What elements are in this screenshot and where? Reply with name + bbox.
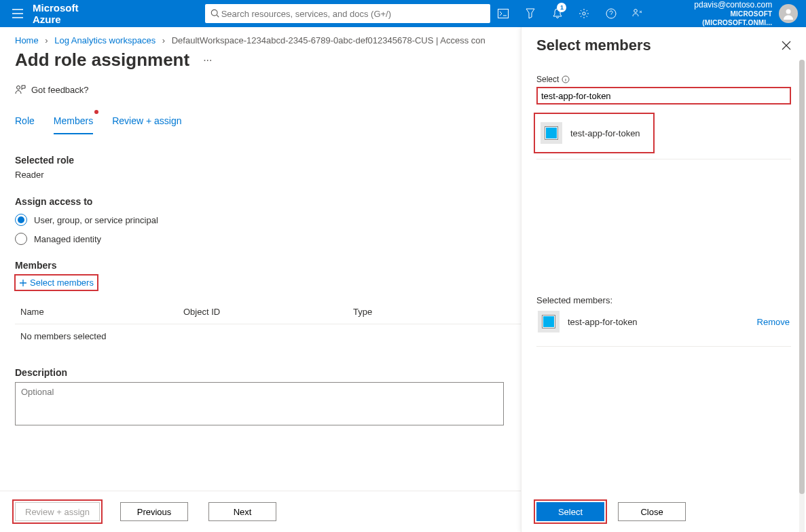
review-assign-button[interactable]: Review + assign bbox=[15, 502, 100, 521]
search-input[interactable] bbox=[220, 8, 485, 20]
selected-members-heading: Selected members: bbox=[536, 295, 791, 305]
previous-button[interactable]: Previous bbox=[120, 502, 188, 521]
select-search-input[interactable] bbox=[536, 87, 791, 104]
help-icon[interactable] bbox=[598, 0, 625, 27]
user-tenant: MICROSOFT (MICROSOFT.ONMI... bbox=[659, 10, 772, 27]
search-icon bbox=[210, 9, 220, 18]
select-label: Select bbox=[536, 75, 791, 84]
global-search[interactable] bbox=[205, 4, 490, 23]
more-menu-icon[interactable]: ··· bbox=[199, 53, 216, 68]
user-block[interactable]: pdavis@contoso.com MICROSOFT (MICROSOFT.… bbox=[651, 0, 776, 27]
brand-label: Microsoft Azure bbox=[30, 2, 117, 25]
notifications-icon[interactable]: 1 bbox=[544, 0, 571, 27]
svg-point-2 bbox=[583, 12, 585, 15]
app-icon bbox=[538, 311, 560, 332]
result-name: test-app-for-token bbox=[570, 128, 640, 138]
attention-dot-icon bbox=[94, 110, 98, 114]
close-icon[interactable] bbox=[782, 41, 791, 50]
col-name: Name bbox=[20, 307, 183, 317]
close-button[interactable]: Close bbox=[618, 502, 686, 521]
avatar[interactable] bbox=[779, 4, 798, 23]
radio-icon bbox=[15, 214, 27, 226]
feedback-icon[interactable] bbox=[625, 0, 652, 27]
feedback-label: Got feedback? bbox=[31, 85, 89, 95]
crumb-blade: Access con bbox=[440, 35, 485, 45]
menu-icon[interactable] bbox=[5, 9, 30, 18]
svg-point-0 bbox=[211, 10, 217, 16]
selected-member-name: test-app-for-token bbox=[568, 317, 638, 327]
svg-point-5 bbox=[786, 10, 791, 14]
crumb-home[interactable]: Home bbox=[15, 35, 39, 45]
tab-members[interactable]: Members bbox=[54, 111, 93, 134]
review-assign-highlight: Review + assign bbox=[15, 502, 100, 521]
crumb-workspace-list[interactable]: Log Analytics workspaces bbox=[54, 35, 155, 45]
svg-point-6 bbox=[17, 86, 20, 90]
remove-link[interactable]: Remove bbox=[757, 317, 790, 327]
plus-icon bbox=[19, 279, 27, 287]
next-button[interactable]: Next bbox=[208, 502, 276, 521]
tab-role[interactable]: Role bbox=[15, 111, 35, 134]
directory-filter-icon[interactable] bbox=[517, 0, 544, 27]
cloud-shell-icon[interactable] bbox=[490, 0, 517, 27]
info-icon[interactable] bbox=[562, 75, 570, 83]
notification-badge: 1 bbox=[557, 3, 566, 12]
app-icon bbox=[541, 122, 562, 144]
panel-title: Select members bbox=[536, 37, 651, 54]
svg-rect-1 bbox=[498, 10, 509, 18]
table-empty: No members selected bbox=[20, 331, 183, 341]
person-feedback-icon bbox=[15, 84, 26, 95]
select-btn-highlight: Select bbox=[536, 502, 604, 521]
radio-icon bbox=[15, 233, 27, 245]
global-header: Microsoft Azure 1 pdavis@contoso.com MIC… bbox=[0, 0, 806, 27]
page-title: Add role assignment bbox=[15, 50, 189, 71]
svg-point-4 bbox=[634, 10, 638, 13]
selected-member-row: test-app-for-token Remove bbox=[536, 305, 791, 338]
search-result-item[interactable]: test-app-for-token bbox=[536, 115, 652, 151]
description-input[interactable] bbox=[15, 382, 504, 425]
col-object-id: Object ID bbox=[183, 307, 353, 317]
select-members-link[interactable]: Select members bbox=[15, 275, 98, 290]
panel-scrollbar[interactable] bbox=[799, 60, 805, 532]
tab-review[interactable]: Review + assign bbox=[112, 111, 181, 134]
select-button[interactable]: Select bbox=[536, 502, 604, 521]
settings-icon[interactable] bbox=[570, 0, 598, 27]
header-icons: 1 pdavis@contoso.com MICROSOFT (MICROSOF… bbox=[490, 0, 801, 27]
crumb-workspace[interactable]: DefaultWorkspace-1234abcd-2345-6789-0abc… bbox=[172, 35, 434, 45]
select-members-panel: Select members Select test-app-for-token… bbox=[521, 27, 806, 532]
panel-footer: Select Close bbox=[521, 491, 806, 532]
user-email: pdavis@contoso.com bbox=[659, 0, 772, 10]
